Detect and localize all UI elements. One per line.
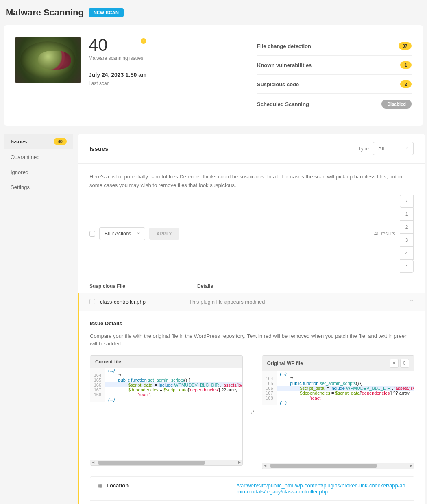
light-mode-icon[interactable]: ☀ <box>390 359 399 368</box>
page-button[interactable]: 4 <box>400 247 414 260</box>
results-count: 40 results <box>374 231 395 237</box>
stat-label: File change detection <box>257 43 311 49</box>
issues-count: 40 <box>89 37 146 54</box>
dark-mode-icon[interactable]: ☾ <box>400 359 409 368</box>
last-scan-time: July 24, 2023 1:50 am <box>89 72 146 78</box>
stat-badge: 2 <box>400 80 412 88</box>
issue-details-title: Issue Details <box>90 320 414 326</box>
page-title: Malware Scanning <box>6 7 84 18</box>
original-file-header: Original WP file <box>267 361 303 366</box>
sidebar-item-issues[interactable]: Issues40 <box>4 134 73 149</box>
meta-key: Location <box>107 482 237 489</box>
intro-text: Here's a list of potentially harmful fil… <box>78 164 425 195</box>
page-button[interactable]: 3 <box>400 234 414 247</box>
stat-badge: 37 <box>399 42 412 50</box>
page-button[interactable]: 1 <box>400 208 414 221</box>
col-file-header: Suspicious File <box>89 283 197 289</box>
current-file-code[interactable]: (...)164 */165 public function set_admin… <box>90 368 242 465</box>
stat-label: Suspicious code <box>257 81 299 87</box>
stat-badge: 1 <box>400 61 412 69</box>
summary-card: 40 Malware scanning issues July 24, 2023… <box>4 25 423 126</box>
sidebar: Issues40QuarantinedIgnoredSettings <box>4 134 73 504</box>
issue-checkbox[interactable] <box>89 299 95 304</box>
page-button[interactable]: 2 <box>400 221 414 234</box>
issue-row[interactable]: class-controller.php This plugin file ap… <box>78 293 425 311</box>
sidebar-item-ignored[interactable]: Ignored <box>4 165 73 179</box>
scheduled-scanning-label: Scheduled Scanning <box>257 101 309 107</box>
page-button[interactable]: › <box>400 260 414 273</box>
current-file-header: Current file <box>95 359 121 365</box>
page-button[interactable]: ‹ <box>400 195 414 208</box>
col-detail-header: Details <box>197 283 414 289</box>
compare-icon: ⇄ <box>249 409 255 415</box>
folder-icon: ▦ <box>98 482 107 489</box>
scheduled-scanning-status: Disabled <box>381 100 412 109</box>
type-filter-select[interactable]: All <box>373 142 414 155</box>
issue-detail-text: This plugin file appears modified <box>189 299 410 305</box>
last-scan-label: Last scan <box>89 80 146 86</box>
chevron-up-icon: ⌃ <box>410 299 414 304</box>
meta-value[interactable]: /var/web/site/public_html/wp-content/plu… <box>237 482 407 495</box>
content-heading: Issues <box>89 145 109 152</box>
apply-button[interactable]: APPLY <box>149 228 179 240</box>
bulk-actions-select[interactable]: Bulk Actions <box>99 227 145 240</box>
original-file-code[interactable]: (...)164 */165 public function set_admin… <box>262 371 414 469</box>
sidebar-item-settings[interactable]: Settings <box>4 180 73 194</box>
site-thumbnail <box>15 37 81 83</box>
issue-filename: class-controller.php <box>100 299 146 305</box>
type-filter-label: Type <box>358 146 369 152</box>
issues-count-label: Malware scanning issues <box>89 55 146 61</box>
new-scan-button[interactable]: NEW SCAN <box>89 8 124 17</box>
sidebar-item-quarantined[interactable]: Quarantined <box>4 150 73 164</box>
select-all-checkbox[interactable] <box>89 231 95 237</box>
issue-details-desc: Compare your file with the original file… <box>90 332 414 348</box>
stat-label: Known vulnerabilities <box>257 62 312 68</box>
